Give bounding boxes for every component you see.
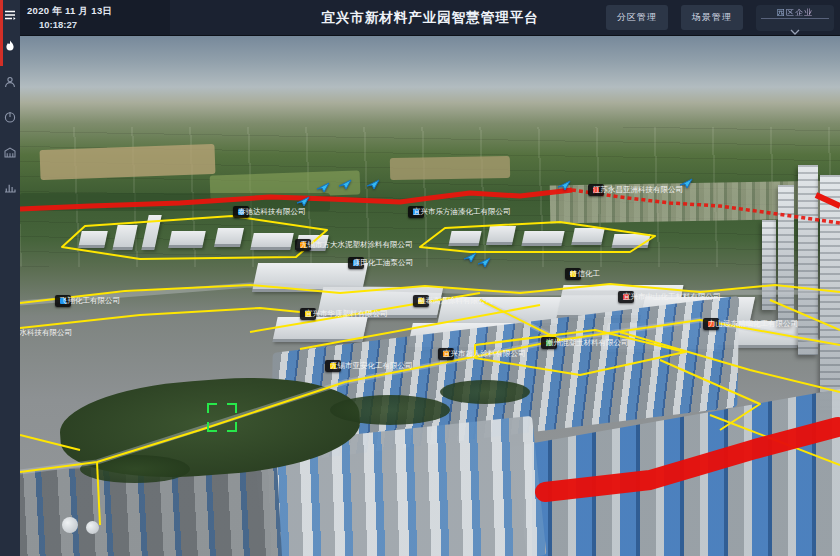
highrise-building <box>820 175 840 410</box>
company-label[interactable]: 飞翔化工有限公司 <box>55 295 71 307</box>
menu-icon[interactable] <box>0 5 20 25</box>
header-bar: 2020 年 11 月 13日 10:18:27 宜兴市新材料产业园智慧管理平台… <box>20 0 840 36</box>
company-label-text: 江苏永昌亚洲科技有限公司 <box>593 184 683 196</box>
drone-marker-icon[interactable] <box>463 252 477 263</box>
dropdown-label: 园区企业 <box>756 7 834 18</box>
current-time: 10:18:27 <box>39 19 77 30</box>
company-label[interactable]: 特信化工 <box>565 268 581 280</box>
page-title: 宜兴市新材料产业园智慧管理平台 <box>321 9 539 27</box>
company-label[interactable]: 江苏永昌亚洲科技有限公司 <box>588 184 604 196</box>
tree-row <box>80 455 190 483</box>
zone-management-button[interactable]: 分区管理 <box>606 5 668 30</box>
company-label[interactable]: 宜兴市华康塑料有限公司 <box>300 308 316 320</box>
company-label-text: 力山远东精细化工有限公司 <box>708 318 798 330</box>
highrise-building <box>798 165 818 355</box>
company-label-text: 无锡市方大水泥塑材涂料有限公司 <box>300 239 413 251</box>
building <box>214 228 244 247</box>
building <box>521 231 564 246</box>
factory-icon[interactable] <box>0 142 20 162</box>
building <box>78 231 108 248</box>
company-label[interactable]: 力山远东精细化工有限公司 <box>703 318 719 330</box>
map-3d-view[interactable]: 泰驰达科技有限公司宜兴市乐方油漆化工有限公司无锡市方大水泥塑材涂料有限公司江苏永… <box>20 35 840 556</box>
building <box>448 231 481 246</box>
company-label-text: 无锡市亚安化工有限公司 <box>330 360 413 372</box>
company-label[interactable]: 宜兴市乐方油漆化工有限公司 <box>408 206 424 218</box>
tree-row <box>330 395 450 425</box>
company-label-text: 宜兴市乐方油漆化工有限公司 <box>413 206 511 218</box>
selection-corner <box>207 422 217 432</box>
storage-tank <box>62 517 78 533</box>
highrise-building <box>778 185 794 325</box>
field-patch <box>390 156 510 180</box>
drone-marker-icon[interactable] <box>338 179 352 190</box>
chart-icon[interactable] <box>0 177 20 197</box>
building <box>250 233 294 250</box>
company-label-text: 潮州混凝土材料有限公司 <box>546 337 629 349</box>
drone-marker-icon[interactable] <box>557 180 571 191</box>
company-label-text: 康田化工油泵公司 <box>353 257 413 269</box>
company-label-text: 飞翔化工有限公司 <box>60 295 120 307</box>
company-label[interactable]: 融泰高温涂料有限公司 <box>413 295 429 307</box>
user-icon[interactable] <box>0 72 20 92</box>
sidebar <box>0 0 20 556</box>
drone-marker-icon[interactable] <box>366 179 380 190</box>
company-label-text: 宜兴市超人涂料有限公司 <box>443 348 526 360</box>
building <box>272 317 367 342</box>
company-label[interactable]: 宜兴市中山化工材料有限公司 <box>618 291 634 303</box>
selection-corner <box>227 422 237 432</box>
chevron-down-icon <box>790 21 800 39</box>
dropdown-divider <box>761 18 829 19</box>
datetime-block: 2020 年 11 月 13日 10:18:27 <box>20 0 170 35</box>
company-label-text: 沅兴防水科技有限公司 <box>20 327 72 339</box>
selection-box[interactable] <box>207 403 237 432</box>
company-label-text: 融泰高温涂料有限公司 <box>418 295 493 307</box>
selection-corner <box>227 403 237 413</box>
company-label-text: 泰驰达科技有限公司 <box>238 206 306 218</box>
building <box>168 231 206 248</box>
building <box>486 226 516 245</box>
tree-row <box>440 380 530 404</box>
flame-icon[interactable] <box>0 36 20 56</box>
highrise-building <box>762 220 776 310</box>
company-label-text: 特信化工 <box>570 268 600 280</box>
field-patch <box>40 144 216 180</box>
company-label-text: 宜兴市中山化工材料有限公司 <box>623 291 721 303</box>
header-actions: 分区管理 场景管理 园区企业 <box>606 0 834 35</box>
company-label[interactable]: 无锡市方大水泥塑材涂料有限公司 <box>295 239 311 251</box>
company-label[interactable]: 宜兴市超人涂料有限公司 <box>438 348 454 360</box>
scene-management-button[interactable]: 场景管理 <box>681 5 743 30</box>
drone-marker-icon[interactable] <box>316 182 330 193</box>
park-enterprise-dropdown[interactable]: 园区企业 <box>756 5 834 31</box>
storage-tank <box>86 521 99 534</box>
building <box>571 228 605 245</box>
building <box>612 234 651 248</box>
company-label[interactable]: 潮州混凝土材料有限公司 <box>541 337 557 349</box>
company-label[interactable]: 无锡市亚安化工有限公司 <box>325 360 341 372</box>
current-date: 2020 年 11 月 13日 <box>27 5 112 18</box>
selection-corner <box>207 403 217 413</box>
company-label[interactable]: 康田化工油泵公司 <box>348 257 364 269</box>
power-icon[interactable] <box>0 107 20 127</box>
drone-marker-icon[interactable] <box>477 257 491 268</box>
company-label[interactable]: 泰驰达科技有限公司 <box>233 206 249 218</box>
company-label-text: 宜兴市华康塑料有限公司 <box>305 308 388 320</box>
